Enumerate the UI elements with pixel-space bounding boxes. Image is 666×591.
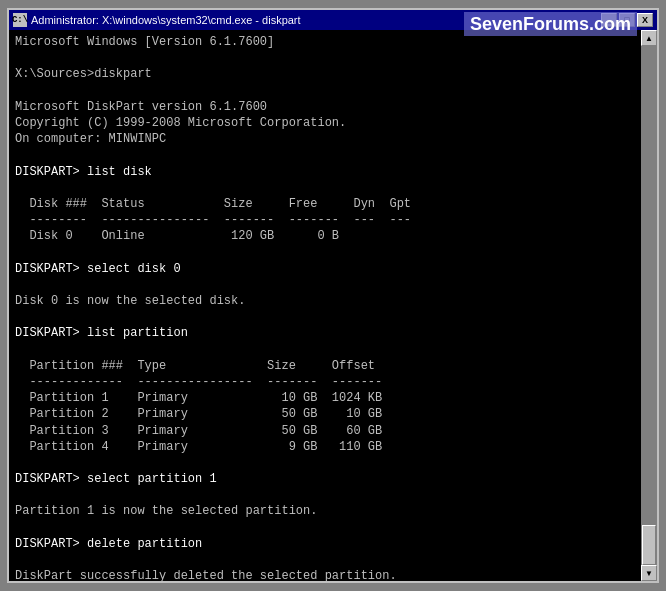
scroll-up-button[interactable]: ▲	[641, 30, 657, 46]
scroll-down-button[interactable]: ▼	[641, 565, 657, 581]
window-icon: C:\	[13, 13, 27, 27]
scroll-thumb[interactable]	[642, 525, 656, 565]
scroll-track	[641, 46, 657, 565]
close-button[interactable]: X	[637, 13, 653, 27]
cmd-window: C:\ Administrator: X:\windows\system32\c…	[7, 8, 659, 583]
scrollbar[interactable]: ▲ ▼	[641, 30, 657, 581]
terminal-output[interactable]: Microsoft Windows [Version 6.1.7600] X:\…	[9, 30, 641, 581]
content-area: Microsoft Windows [Version 6.1.7600] X:\…	[9, 30, 657, 581]
window-title: Administrator: X:\windows\system32\cmd.e…	[31, 14, 301, 26]
watermark-text: SevenForums.com	[464, 12, 637, 36]
watermark: SevenForums.com	[464, 14, 637, 35]
title-bar-left: C:\ Administrator: X:\windows\system32\c…	[13, 13, 301, 27]
